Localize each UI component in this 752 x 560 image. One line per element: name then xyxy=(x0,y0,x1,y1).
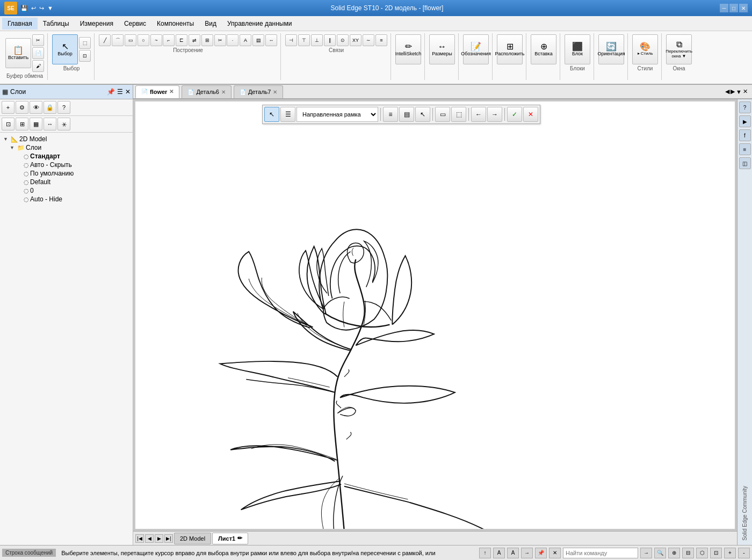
tab-flower-close[interactable]: ✕ xyxy=(169,89,173,94)
zoom-in-btn[interactable]: + xyxy=(724,548,736,558)
status-pin-btn[interactable]: 📌 xyxy=(535,548,547,558)
zoom-btn3[interactable]: ⊟ xyxy=(682,548,694,558)
rel8-btn[interactable]: ≡ xyxy=(375,34,387,46)
layer-tool2-4[interactable]: ↔ xyxy=(44,118,56,130)
rel5-btn[interactable]: ⊙ xyxy=(337,34,349,46)
arrange-btn[interactable]: ⊞ Расположить xyxy=(497,34,523,64)
video-button[interactable]: ▶ xyxy=(739,115,751,127)
sidebar-close-button[interactable]: ✕ xyxy=(125,88,131,96)
ft-all-layers-btn[interactable]: ≡ xyxy=(383,107,398,122)
ft-select-btn[interactable]: ↖ xyxy=(264,107,279,122)
ft-rect2-btn[interactable]: ⬚ xyxy=(451,107,466,122)
orientation-btn[interactable]: 🔄 Ориентация xyxy=(598,34,624,64)
switch-window-btn[interactable]: ⧉ Переключить окна ▼ xyxy=(666,34,692,64)
maximize-button[interactable]: □ xyxy=(729,4,738,12)
tree-item-2dmodel[interactable]: ▼ 📐 2D Model xyxy=(2,135,131,143)
select-button[interactable]: ↖ Выбор xyxy=(52,34,78,64)
tree-item-standart[interactable]: ◌ Стандарт xyxy=(15,152,131,161)
copy-button[interactable]: 📄 xyxy=(32,47,44,59)
tab-flower[interactable]: 📄 flower ✕ xyxy=(135,85,179,98)
status-close-btn[interactable]: ✕ xyxy=(549,548,561,558)
array-btn[interactable]: ⊞ xyxy=(201,34,213,46)
dimensions-btn[interactable]: ↔ Размеры xyxy=(429,34,455,64)
sidebar-menu-button[interactable]: ☰ xyxy=(117,88,123,96)
curve-btn[interactable]: ~ xyxy=(150,34,162,46)
block-btn[interactable]: ⬛ Блок xyxy=(565,34,590,64)
fit-btn[interactable]: ⊡ xyxy=(710,548,722,558)
search-submit-btn[interactable]: → xyxy=(640,548,652,558)
zoom-btn1[interactable]: 🔍 xyxy=(654,548,666,558)
annotations-btn[interactable]: 📝 Обозначения xyxy=(463,34,489,64)
bottom-tab-sheet1[interactable]: Лист1 ✏ xyxy=(212,533,248,544)
rel3-btn[interactable]: ⊥ xyxy=(311,34,323,46)
arc-btn[interactable]: ⌒ xyxy=(112,34,124,46)
close-button[interactable]: ✕ xyxy=(739,4,748,12)
menu-service[interactable]: Сервис xyxy=(119,18,151,30)
zoom-out-btn[interactable]: - xyxy=(738,548,750,558)
rel2-btn[interactable]: ⊤ xyxy=(298,34,310,46)
sheet-next-btn[interactable]: ▶ xyxy=(155,534,163,543)
ft-forward-btn[interactable]: → xyxy=(487,107,502,122)
insert-btn[interactable]: ⊕ Вставка xyxy=(531,34,556,64)
paste-button[interactable]: 📋 Вставить xyxy=(5,38,31,68)
mirror-btn[interactable]: ⇌ xyxy=(189,34,200,46)
tree-item-zero[interactable]: ◌ 0 xyxy=(15,186,131,195)
drawing-canvas[interactable] xyxy=(135,101,735,529)
status-arrow-btn[interactable]: → xyxy=(521,548,533,558)
view-btn[interactable]: ⬡ xyxy=(696,548,708,558)
undo-button[interactable]: ↩ xyxy=(30,4,37,13)
offset-btn[interactable]: ⊏ xyxy=(176,34,187,46)
layer-add-btn[interactable]: + xyxy=(2,101,15,114)
layer-tool2-1[interactable]: ⊡ xyxy=(2,118,15,130)
select-mode-btn[interactable]: ⬚ xyxy=(79,37,91,49)
intellisketch-btn[interactable]: ✏ IntelliSketch xyxy=(395,34,421,64)
sheet-last-btn[interactable]: ▶| xyxy=(164,534,173,543)
status-up-btn[interactable]: ↑ xyxy=(479,548,491,558)
layer-lock-btn[interactable]: 🔒 xyxy=(44,101,56,114)
sidebar-pin-button[interactable]: 📌 xyxy=(107,88,115,96)
screen-button[interactable]: ◫ xyxy=(739,157,751,169)
command-search[interactable] xyxy=(563,548,638,558)
tab-detail7[interactable]: 📄 Деталь7 ✕ xyxy=(234,85,284,98)
point-btn[interactable]: · xyxy=(227,34,238,46)
bottom-tab-2dmodel[interactable]: 2D Model xyxy=(174,533,211,544)
ft-back-btn[interactable]: ← xyxy=(471,107,486,122)
rel7-btn[interactable]: ∼ xyxy=(363,34,374,46)
tab-detail6-close[interactable]: ✕ xyxy=(221,89,226,95)
fence-btn[interactable]: ⊡ xyxy=(79,50,91,62)
rel6-btn[interactable]: XY xyxy=(350,34,361,46)
facebook-button[interactable]: f xyxy=(739,129,751,141)
cut-button[interactable]: ✂ xyxy=(32,34,44,46)
dim-btn[interactable]: ↔ xyxy=(265,34,277,46)
style-btn[interactable]: 🎨 ▸ Стиль xyxy=(632,34,658,64)
layer-tool2-2[interactable]: ⊞ xyxy=(16,118,28,130)
tab-detail6[interactable]: 📄 Деталь6 ✕ xyxy=(182,85,232,98)
tree-item-default-ru[interactable]: ◌ По умолчанию xyxy=(15,169,131,178)
tree-item-autohide[interactable]: ◌ Авто - Скрыть xyxy=(15,161,131,169)
tabs-next-btn[interactable]: ▶ xyxy=(731,88,735,95)
tabs-prev-btn[interactable]: ◀ xyxy=(725,88,729,95)
ft-selection-type[interactable]: Направленная рамка Прямоугольная рамка П… xyxy=(297,107,378,122)
ft-layer-filter-btn[interactable]: ▤ xyxy=(399,107,414,122)
save-button[interactable]: 💾 xyxy=(19,4,29,13)
status-aa2-btn[interactable]: A xyxy=(507,548,519,558)
format-button[interactable]: 🖌 xyxy=(32,60,44,72)
zoom-btn2[interactable]: ⊕ xyxy=(668,548,680,558)
layer-visible-btn[interactable]: 👁 xyxy=(30,101,42,114)
redo-button[interactable]: ↪ xyxy=(38,4,45,13)
hatch-btn[interactable]: ▤ xyxy=(252,34,264,46)
menu-home[interactable]: Главная xyxy=(2,18,38,30)
rel1-btn[interactable]: ⊣ xyxy=(285,34,297,46)
sheet-prev-btn[interactable]: ◀ xyxy=(145,534,154,543)
rect-btn[interactable]: ▭ xyxy=(125,34,136,46)
tree-item-default-en[interactable]: ◌ Default xyxy=(15,178,131,186)
layer-help-btn[interactable]: ? xyxy=(57,101,70,114)
layer-tool2-5[interactable]: ⚹ xyxy=(57,118,70,130)
menu-view[interactable]: Вид xyxy=(199,18,222,30)
help-button[interactable]: ? xyxy=(739,101,751,113)
menu-components[interactable]: Компоненты xyxy=(151,18,199,30)
rel4-btn[interactable]: ∥ xyxy=(324,34,336,46)
tabs-close-btn[interactable]: ✕ xyxy=(743,88,748,95)
ft-rect1-btn[interactable]: ▭ xyxy=(435,107,450,122)
text-btn[interactable]: A xyxy=(240,34,251,46)
